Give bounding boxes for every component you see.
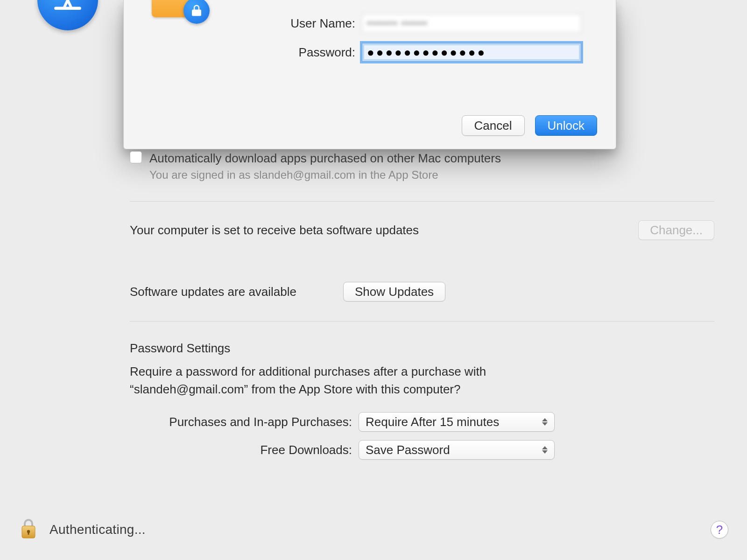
auto-download-label: Automatically download apps purchased on… <box>149 151 501 166</box>
updates-text: Software updates are available <box>130 285 296 299</box>
password-label: Password: <box>124 45 362 60</box>
change-button[interactable]: Change... <box>638 220 714 240</box>
cancel-button[interactable]: Cancel <box>462 115 525 136</box>
purchases-label: Purchases and In-app Purchases: <box>130 415 359 429</box>
free-downloads-select[interactable]: Save Password <box>359 440 555 460</box>
auto-download-row: Automatically download apps purchased on… <box>130 151 714 166</box>
beta-text: Your computer is set to receive beta sof… <box>130 223 419 238</box>
prefs-panel: Automatically download apps purchased on… <box>130 148 714 468</box>
auto-download-checkbox[interactable] <box>130 151 142 163</box>
chevron-updown-icon <box>542 443 550 456</box>
auth-status: Authenticating... <box>49 522 146 537</box>
svg-rect-2 <box>54 7 81 9</box>
show-updates-button[interactable]: Show Updates <box>343 282 445 301</box>
password-settings-title: Password Settings <box>130 341 714 356</box>
divider <box>130 321 714 322</box>
help-icon: ? <box>716 523 723 537</box>
help-button[interactable]: ? <box>711 521 728 539</box>
unlock-button[interactable]: Unlock <box>535 115 597 136</box>
chevron-updown-icon <box>542 415 550 428</box>
password-settings-body: Require a password for additional purcha… <box>130 363 597 398</box>
appstore-glyph-icon <box>51 0 85 17</box>
updates-row: Software updates are available Show Upda… <box>130 282 714 301</box>
lock-icon[interactable] <box>19 518 38 542</box>
password-mask: ●●●●●●●●●●●●● <box>367 45 486 60</box>
password-field[interactable]: ●●●●●●●●●●●●● <box>362 43 581 62</box>
free-downloads-value: Save Password <box>366 443 450 457</box>
appstore-icon <box>37 0 98 30</box>
purchases-value: Require After 15 minutes <box>366 415 499 429</box>
bottom-bar: Authenticating... ? <box>19 518 728 541</box>
beta-row: Your computer is set to receive beta sof… <box>130 220 714 240</box>
signed-in-text: You are signed in as slandeh@gmail.com i… <box>149 168 714 182</box>
purchases-select[interactable]: Require After 15 minutes <box>359 412 555 432</box>
divider <box>130 201 714 202</box>
username-label: User Name: <box>124 16 362 31</box>
username-value: ••••••• •••••• <box>367 17 428 30</box>
auth-dialog: Enter your password to allow this. User … <box>123 0 616 149</box>
username-field[interactable]: ••••••• •••••• <box>362 14 581 33</box>
free-downloads-label: Free Downloads: <box>130 443 359 457</box>
svg-rect-5 <box>28 532 29 535</box>
